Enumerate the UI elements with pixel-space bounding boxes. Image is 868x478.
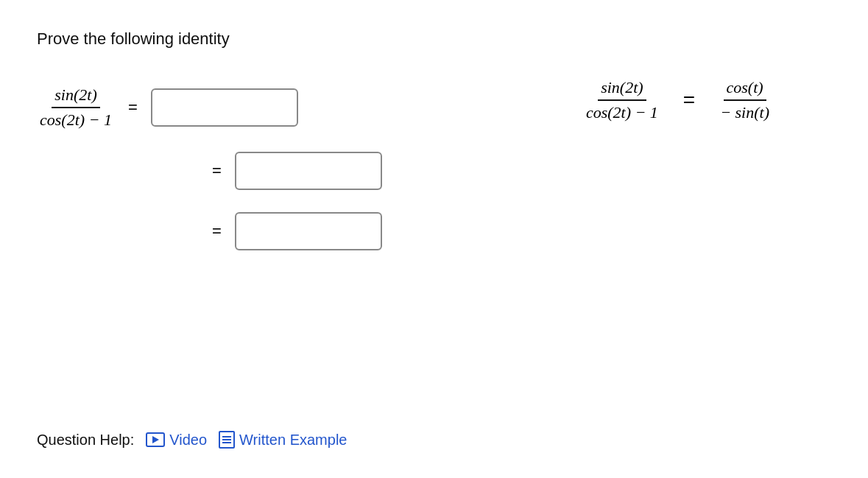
video-label: Video <box>169 432 207 449</box>
identity-lhs-denominator: cos(2t) − 1 <box>583 101 661 122</box>
proof-steps: sin(2t) cos(2t) − 1 = = = <box>37 85 382 250</box>
answer-box-1[interactable] <box>151 88 298 127</box>
first-fraction-numerator: sin(2t) <box>52 85 99 108</box>
equals-sign-2: = <box>212 161 222 180</box>
written-icon <box>219 431 235 449</box>
first-fraction-denominator: cos(2t) − 1 <box>37 108 115 130</box>
equals-sign-1: = <box>128 98 138 117</box>
answer-box-3[interactable] <box>235 212 382 250</box>
written-example-link[interactable]: Written Example <box>219 431 347 449</box>
main-content: sin(2t) cos(2t) − 1 = = = sin(2t) <box>37 71 831 250</box>
step-row-2: = <box>206 152 382 190</box>
page-title: Prove the following identity <box>37 29 831 49</box>
equals-sign-3: = <box>212 222 222 241</box>
identity-lhs-numerator: sin(2t) <box>598 78 646 101</box>
identity-display-section: sin(2t) cos(2t) − 1 = cos(t) − sin(t) <box>583 78 772 122</box>
first-fraction: sin(2t) cos(2t) − 1 <box>37 85 115 130</box>
identity-equals: = <box>683 88 695 112</box>
question-help-bar: Question Help: Video Written Example <box>37 431 347 449</box>
identity-rhs: cos(t) − sin(t) <box>717 78 772 122</box>
video-icon <box>146 432 165 447</box>
identity-display: sin(2t) cos(2t) − 1 = cos(t) − sin(t) <box>583 78 772 122</box>
video-link[interactable]: Video <box>146 432 207 449</box>
written-example-label: Written Example <box>239 432 347 449</box>
identity-rhs-denominator: − sin(t) <box>717 101 772 122</box>
answer-box-2[interactable] <box>235 152 382 190</box>
step-row-1: sin(2t) cos(2t) − 1 = <box>37 85 298 130</box>
page-container: Prove the following identity sin(2t) cos… <box>0 0 868 478</box>
identity-rhs-numerator: cos(t) <box>724 78 766 101</box>
identity-lhs: sin(2t) cos(2t) − 1 <box>583 78 661 122</box>
written-lines-decoration <box>222 436 231 443</box>
play-triangle <box>152 436 159 443</box>
question-help-label: Question Help: <box>37 432 134 449</box>
step-row-3: = <box>206 212 382 250</box>
